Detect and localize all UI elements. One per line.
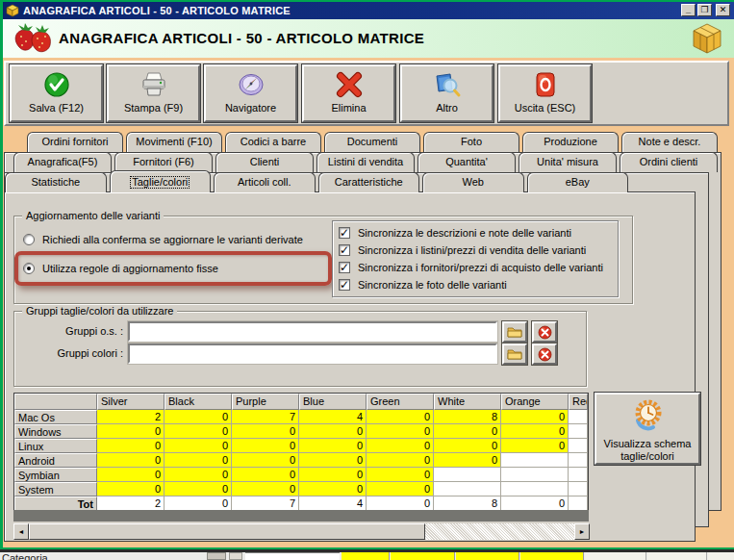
matrix-cell[interactable] — [434, 468, 501, 482]
tab-clienti[interactable]: Clienti — [215, 152, 314, 172]
matrix-cell[interactable]: 0 — [367, 439, 434, 453]
matrix-cell[interactable]: 0 — [232, 439, 299, 453]
matrix-cell[interactable]: 0 — [97, 424, 165, 439]
matrix-cell[interactable]: 0 — [97, 468, 165, 482]
checkbox-sync-photos[interactable] — [339, 279, 350, 291]
tab-statistiche[interactable]: Statistiche — [5, 172, 107, 192]
gruppi-os-input[interactable] — [128, 321, 497, 342]
tab-fornitori[interactable]: Fornitori (F6) — [114, 152, 213, 172]
matrix-cell[interactable]: 0 — [165, 410, 232, 424]
maximize-button[interactable]: ❐ — [697, 4, 712, 16]
tab-label: Foto — [461, 136, 482, 147]
matrix-cell[interactable] — [569, 424, 588, 439]
matrix-cell[interactable]: 0 — [165, 439, 232, 453]
matrix-cell[interactable] — [501, 482, 569, 496]
matrix-cell[interactable]: 0 — [232, 482, 299, 496]
matrix-cell[interactable]: 0 — [501, 410, 569, 424]
tab-ebay[interactable]: eBay — [527, 172, 629, 192]
matrix-cell[interactable]: 0 — [299, 468, 367, 482]
checkbox-sync-suppliers[interactable] — [339, 262, 350, 273]
matrix-cell[interactable]: 0 — [97, 482, 165, 496]
checkbox-sync-descriptions[interactable] — [339, 227, 350, 239]
gruppi-os-browse-button[interactable] — [502, 321, 527, 343]
matrix-cell[interactable] — [501, 468, 569, 482]
matrix-cell[interactable]: 0 — [97, 453, 165, 468]
tab-anagrafica[interactable]: Anagrafica(F5) — [13, 152, 112, 172]
tab-row-2: Anagrafica(F5) Fornitori (F6) Clienti Li… — [13, 152, 718, 172]
matrix-cell[interactable]: 0 — [367, 468, 434, 482]
matrix-cell[interactable]: 0 — [434, 453, 501, 468]
matrix-cell[interactable]: 0 — [367, 424, 434, 439]
matrix-cell[interactable] — [569, 468, 588, 482]
matrix-cell[interactable]: 0 — [165, 424, 232, 439]
save-button[interactable]: Salva (F12) — [10, 64, 103, 122]
scroll-left-button[interactable]: ◄ — [13, 523, 29, 540]
matrix-cell[interactable]: 0 — [232, 424, 299, 439]
matrix-cell[interactable]: 0 — [232, 453, 299, 468]
matrix-cell[interactable] — [569, 439, 588, 453]
matrix-cell[interactable] — [569, 482, 588, 496]
matrix-cell[interactable]: 0 — [97, 439, 165, 453]
close-button[interactable]: ✕ — [716, 4, 730, 16]
view-schema-button[interactable]: Visualizza schema taglie/colori — [595, 393, 700, 465]
radio-fixed-rules[interactable] — [23, 263, 35, 274]
tab-movimenti[interactable]: Movimenti (F10) — [126, 132, 222, 152]
print-button[interactable]: Stampa (F9) — [107, 64, 200, 122]
matrix-cell[interactable]: 0 — [367, 410, 434, 424]
tab-produzione[interactable]: Produzione — [522, 132, 619, 152]
tab-quantita[interactable]: Quantita' — [418, 152, 516, 172]
tab-documenti[interactable]: Documenti — [324, 132, 420, 152]
tab-ordini-fornitori[interactable]: Ordini fornitori — [27, 132, 123, 152]
folder-icon — [507, 347, 522, 360]
matrix-cell[interactable]: 0 — [165, 468, 232, 482]
matrix-cell[interactable]: 0 — [434, 439, 501, 453]
total-cell: 0 — [501, 496, 569, 511]
matrix-cell[interactable]: 8 — [434, 410, 501, 424]
matrix-cell[interactable]: 0 — [299, 424, 367, 439]
tab-listini-di-vendita[interactable]: Listini di vendita — [316, 152, 415, 172]
matrix-cell[interactable] — [434, 482, 501, 496]
matrix-cell[interactable]: 2 — [97, 410, 165, 424]
matrix-cell[interactable]: 7 — [232, 410, 299, 424]
background-window-cell — [585, 552, 646, 560]
exit-button[interactable]: Uscita (ESC) — [498, 64, 592, 122]
matrix-cell[interactable]: 0 — [501, 439, 569, 453]
tab-note-e-descr[interactable]: Note e descr. — [621, 132, 718, 152]
delete-button[interactable]: Elimina — [302, 64, 395, 122]
gruppi-colori-input[interactable] — [128, 344, 497, 364]
tab-ordini-clienti[interactable]: Ordini clienti — [620, 152, 718, 172]
matrix-cell[interactable]: 0 — [299, 482, 367, 496]
checkbox-sync-pricelists[interactable] — [339, 244, 350, 256]
matrix-cell[interactable]: 0 — [501, 424, 569, 439]
matrix-cell[interactable]: 0 — [165, 453, 232, 468]
gruppi-colori-clear-button[interactable] — [532, 344, 557, 365]
matrix-cell[interactable]: 0 — [165, 482, 232, 496]
minimize-icon: _ — [686, 5, 691, 14]
horizontal-scrollbar[interactable]: ◄ ► — [13, 523, 590, 540]
gruppi-colori-browse-button[interactable] — [502, 344, 527, 365]
matrix-cell[interactable]: 0 — [367, 482, 434, 496]
tab-foto[interactable]: Foto — [423, 132, 519, 152]
gruppi-os-clear-button[interactable] — [532, 321, 557, 343]
matrix-cell[interactable]: 0 — [232, 468, 299, 482]
matrix-cell[interactable]: 0 — [434, 424, 501, 439]
tab-unita-misura[interactable]: Unita' misura — [519, 152, 617, 172]
navigator-button[interactable]: Navigatore — [204, 64, 297, 122]
more-button[interactable]: Altro — [400, 64, 494, 122]
scrollbar-thumb[interactable] — [29, 523, 425, 540]
tab-articoli-coll[interactable]: Articoli coll. — [214, 172, 316, 192]
matrix-cell[interactable] — [569, 410, 588, 424]
matrix-cell[interactable] — [501, 453, 569, 468]
matrix-cell[interactable]: 0 — [299, 453, 367, 468]
scroll-right-button[interactable]: ► — [574, 523, 590, 540]
tab-codici-a-barre[interactable]: Codici a barre — [225, 132, 321, 152]
radio-confirm[interactable] — [23, 234, 35, 245]
minimize-button[interactable]: _ — [681, 4, 696, 16]
tab-web[interactable]: Web — [422, 172, 524, 192]
matrix-cell[interactable]: 0 — [367, 453, 434, 468]
matrix-cell[interactable]: 4 — [299, 410, 367, 424]
matrix-cell[interactable] — [569, 453, 588, 468]
tab-taglie-colori[interactable]: Taglie/colori — [110, 170, 212, 192]
matrix-cell[interactable]: 0 — [299, 439, 367, 453]
tab-caratteristiche[interactable]: Caratteristiche — [318, 172, 420, 192]
